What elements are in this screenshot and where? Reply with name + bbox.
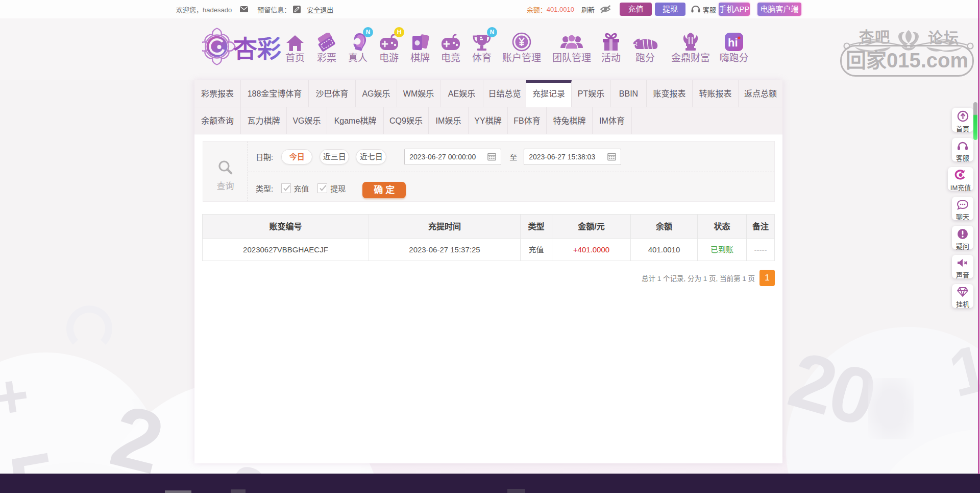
svg-text:hi: hi [728,36,738,49]
